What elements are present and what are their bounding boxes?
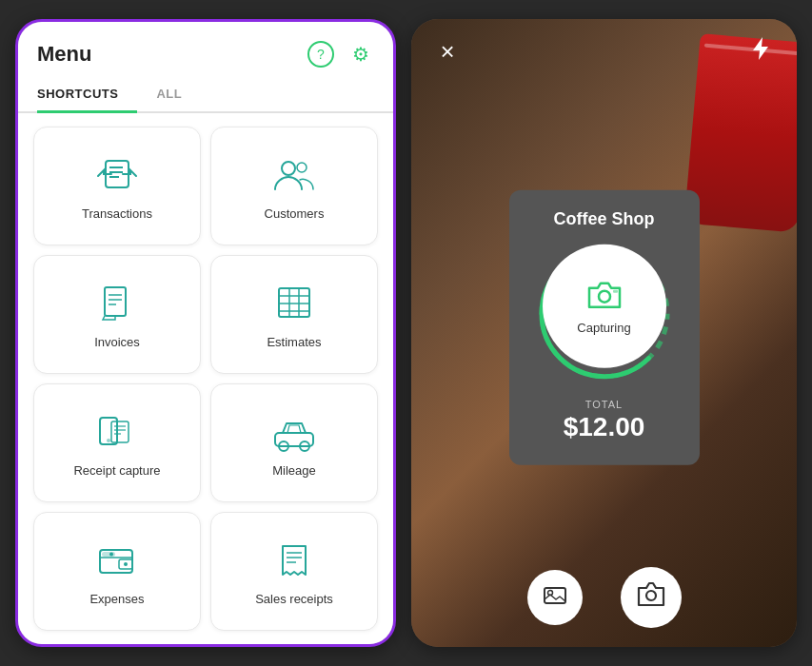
help-button[interactable]: ?	[307, 41, 334, 68]
estimates-label: Estimates	[267, 335, 321, 349]
svg-point-27	[124, 562, 128, 566]
capture-circle: Capturing	[543, 245, 666, 368]
grid-item-expenses[interactable]: Expenses	[33, 512, 201, 631]
estimates-icon	[269, 284, 319, 325]
mileage-label: Mileage	[272, 463, 316, 478]
menu-header: Menu ? ⚙	[18, 22, 393, 77]
svg-point-39	[646, 591, 656, 600]
flash-button[interactable]	[743, 34, 778, 69]
svg-rect-37	[545, 588, 565, 603]
grid-item-invoices[interactable]: Invoices	[33, 255, 201, 374]
flash-icon	[749, 35, 772, 68]
svg-point-4	[282, 162, 295, 175]
tabs-row: SHORTCUTS ALL	[18, 77, 393, 113]
transactions-icon	[92, 155, 142, 197]
tab-shortcuts[interactable]: SHORTCUTS	[37, 77, 137, 113]
shutter-button[interactable]	[621, 567, 682, 628]
sales-receipts-label: Sales receipts	[255, 592, 333, 606]
gear-icon: ⚙	[352, 43, 369, 66]
grid-item-customers[interactable]: Customers	[210, 127, 378, 245]
grid-item-transactions[interactable]: Transactions	[33, 127, 201, 245]
invoices-label: Invoices	[94, 335, 140, 349]
merchant-name: Coffee Shop	[554, 209, 655, 229]
left-panel: Menu ? ⚙ SHORTCUTS ALL	[15, 19, 396, 647]
gallery-icon	[543, 584, 567, 611]
customers-label: Customers	[265, 206, 325, 221]
close-icon: ×	[440, 37, 454, 67]
app-container: Menu ? ⚙ SHORTCUTS ALL	[0, 0, 812, 666]
total-amount: $12.00	[564, 412, 645, 442]
right-panel: × Coffee Shop	[411, 19, 797, 647]
total-label: TOTAL	[585, 399, 623, 410]
receipt-card: Coffee Shop	[509, 190, 700, 465]
grid-item-mileage[interactable]: Mileage	[210, 383, 378, 502]
svg-rect-22	[275, 433, 313, 446]
help-icon: ?	[317, 47, 325, 62]
svg-rect-36	[613, 289, 618, 292]
expenses-icon	[92, 540, 142, 582]
receipt-capture-label: Receipt capture	[73, 463, 160, 478]
settings-button[interactable]: ⚙	[347, 41, 374, 68]
menu-title: Menu	[37, 42, 91, 67]
svg-rect-6	[105, 287, 126, 316]
customers-icon	[269, 155, 319, 197]
capturing-label: Capturing	[577, 320, 630, 334]
svg-rect-10	[279, 288, 309, 317]
transactions-label: Transactions	[82, 206, 152, 221]
svg-point-5	[297, 163, 307, 172]
header-icons: ? ⚙	[307, 41, 374, 68]
grid-item-estimates[interactable]: Estimates	[210, 255, 378, 374]
shutter-icon	[635, 580, 667, 615]
invoices-icon	[92, 284, 142, 325]
tab-all[interactable]: ALL	[156, 77, 201, 111]
svg-rect-18	[111, 421, 129, 442]
close-button[interactable]: ×	[430, 34, 465, 69]
camera-inner-icon	[584, 278, 624, 316]
camera-bottom-bar	[411, 567, 797, 628]
shortcuts-grid: Transactions Customers	[18, 113, 393, 644]
svg-point-29	[109, 553, 113, 557]
sales-receipts-icon	[269, 540, 319, 582]
mileage-icon	[269, 412, 319, 454]
gallery-button[interactable]	[527, 570, 583, 625]
svg-point-17	[107, 439, 110, 442]
expenses-label: Expenses	[89, 592, 144, 606]
grid-item-receipt-capture[interactable]: Receipt capture	[33, 383, 201, 502]
svg-point-35	[599, 290, 610, 302]
grid-item-sales-receipts[interactable]: Sales receipts	[210, 512, 378, 631]
camera-top-bar: ×	[411, 19, 797, 84]
receipt-capture-icon	[92, 412, 142, 454]
